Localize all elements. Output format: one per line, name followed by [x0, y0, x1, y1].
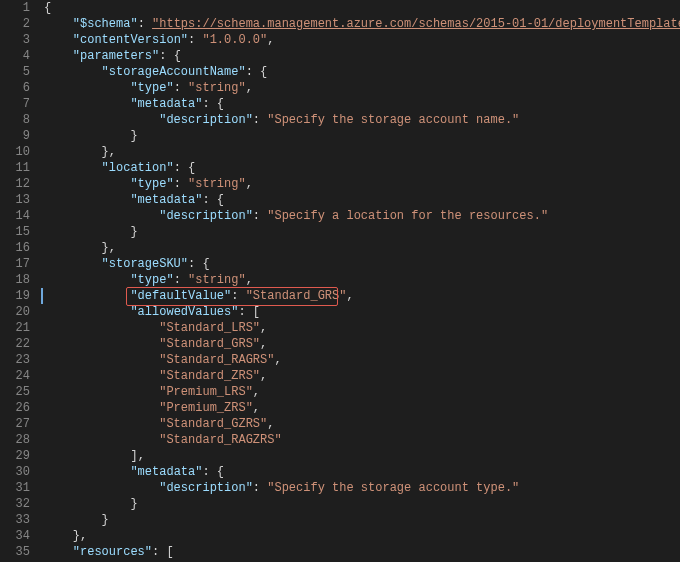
line-number: 15 [8, 224, 30, 240]
line-number: 14 [8, 208, 30, 224]
line-number: 30 [8, 464, 30, 480]
line-number: 29 [8, 448, 30, 464]
line-number: 5 [8, 64, 30, 80]
line-number: 1 [8, 0, 30, 16]
code-line[interactable]: "Premium_LRS", [44, 384, 680, 400]
code-line[interactable]: "storageAccountName": { [44, 64, 680, 80]
cursor-indicator [41, 288, 43, 304]
line-number: 23 [8, 352, 30, 368]
code-line[interactable]: "allowedValues": [ [44, 304, 680, 320]
line-number: 33 [8, 512, 30, 528]
code-line[interactable]: "type": "string", [44, 176, 680, 192]
code-line[interactable]: "metadata": { [44, 96, 680, 112]
line-number-gutter: 1234567891011121314151617181920212223242… [0, 0, 44, 562]
line-number: 2 [8, 16, 30, 32]
code-line[interactable]: "contentVersion": "1.0.0.0", [44, 32, 680, 48]
line-number: 25 [8, 384, 30, 400]
line-number: 6 [8, 80, 30, 96]
code-line[interactable]: "description": "Specify the storage acco… [44, 112, 680, 128]
line-number: 9 [8, 128, 30, 144]
line-number: 21 [8, 320, 30, 336]
code-line[interactable]: "Standard_GRS", [44, 336, 680, 352]
code-line[interactable]: }, [44, 144, 680, 160]
line-number: 8 [8, 112, 30, 128]
line-number: 24 [8, 368, 30, 384]
code-line[interactable]: "metadata": { [44, 192, 680, 208]
line-number: 10 [8, 144, 30, 160]
code-line[interactable]: "parameters": { [44, 48, 680, 64]
code-line[interactable]: "resources": [ [44, 544, 680, 560]
code-line[interactable]: "metadata": { [44, 464, 680, 480]
line-number: 20 [8, 304, 30, 320]
line-number: 17 [8, 256, 30, 272]
code-area[interactable]: { "$schema": "https://schema.management.… [44, 0, 680, 562]
code-line[interactable]: ], [44, 448, 680, 464]
code-line[interactable]: "Standard_ZRS", [44, 368, 680, 384]
line-number: 19 [8, 288, 30, 304]
line-number: 3 [8, 32, 30, 48]
line-number: 22 [8, 336, 30, 352]
code-line[interactable]: "Premium_ZRS", [44, 400, 680, 416]
code-line[interactable]: } [44, 496, 680, 512]
code-line[interactable]: } [44, 224, 680, 240]
code-line[interactable]: "storageSKU": { [44, 256, 680, 272]
line-number: 28 [8, 432, 30, 448]
line-number: 31 [8, 480, 30, 496]
line-number: 7 [8, 96, 30, 112]
code-line[interactable]: "location": { [44, 160, 680, 176]
code-editor[interactable]: 1234567891011121314151617181920212223242… [0, 0, 680, 562]
code-line[interactable]: { [44, 0, 680, 16]
line-number: 35 [8, 544, 30, 560]
line-number: 27 [8, 416, 30, 432]
code-line[interactable]: "$schema": "https://schema.management.az… [44, 16, 680, 32]
line-number: 12 [8, 176, 30, 192]
line-number: 11 [8, 160, 30, 176]
code-line[interactable]: "Standard_LRS", [44, 320, 680, 336]
code-line[interactable]: "Standard_RAGRS", [44, 352, 680, 368]
code-line[interactable]: } [44, 512, 680, 528]
code-line[interactable]: "type": "string", [44, 80, 680, 96]
line-number: 18 [8, 272, 30, 288]
line-number: 26 [8, 400, 30, 416]
line-number: 32 [8, 496, 30, 512]
line-number: 13 [8, 192, 30, 208]
code-line[interactable]: } [44, 128, 680, 144]
code-line[interactable]: "defaultValue": "Standard_GRS", [44, 288, 680, 304]
code-line[interactable]: }, [44, 528, 680, 544]
line-number: 4 [8, 48, 30, 64]
line-number: 16 [8, 240, 30, 256]
code-line[interactable]: "type": "string", [44, 272, 680, 288]
line-number: 34 [8, 528, 30, 544]
code-line[interactable]: "Standard_GZRS", [44, 416, 680, 432]
code-line[interactable]: "Standard_RAGZRS" [44, 432, 680, 448]
code-line[interactable]: "description": "Specify a location for t… [44, 208, 680, 224]
code-line[interactable]: "description": "Specify the storage acco… [44, 480, 680, 496]
code-line[interactable]: }, [44, 240, 680, 256]
